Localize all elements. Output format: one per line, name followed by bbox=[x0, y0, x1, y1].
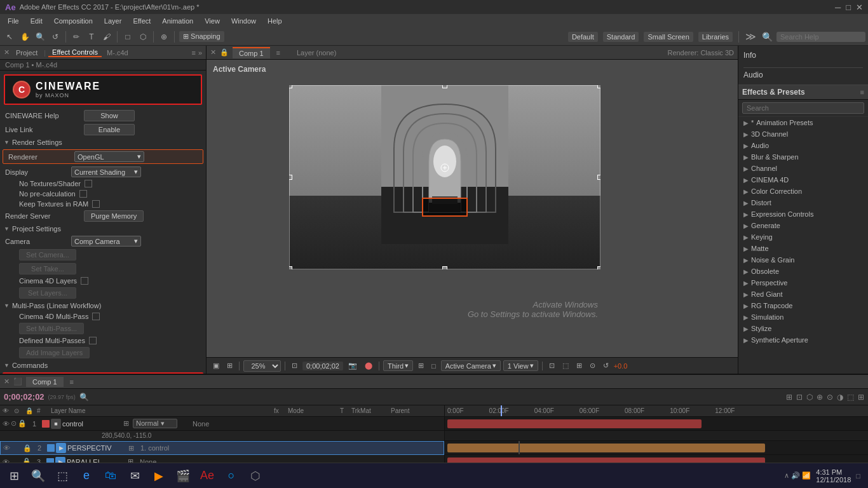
panel-menu-icon[interactable]: ≡ bbox=[191, 49, 195, 57]
viewer-option2[interactable]: □ bbox=[429, 362, 438, 370]
tl-tab-menu[interactable]: ≡ bbox=[70, 378, 74, 386]
zoom-select[interactable]: 25% 50% 100% bbox=[243, 360, 281, 372]
multipass-header[interactable]: ▼ Multi-Pass (Linear Workflow) bbox=[0, 300, 206, 311]
tool-shape[interactable]: □ bbox=[121, 30, 135, 44]
tool-pen[interactable]: ✏ bbox=[69, 30, 83, 44]
tool-hand[interactable]: ✋ bbox=[18, 30, 32, 44]
handle-top-mid[interactable] bbox=[442, 85, 447, 88]
project-settings-header[interactable]: ▼ Project Settings bbox=[0, 223, 206, 234]
workspace-small-screen[interactable]: Small Screen bbox=[644, 32, 693, 42]
handle-top-left[interactable] bbox=[289, 85, 292, 88]
minimize-btn[interactable]: ─ bbox=[835, 3, 841, 12]
renderer-dropdown[interactable]: OpenGL ▾ bbox=[74, 151, 144, 162]
tl-btn-7[interactable]: ⬚ bbox=[847, 393, 854, 402]
ep-item-expression-controls[interactable]: ▶ Expression Controls bbox=[738, 208, 868, 220]
tool-brush[interactable]: 🖌 bbox=[100, 30, 114, 44]
set-layers-btn[interactable]: Set Layers... bbox=[19, 287, 76, 299]
tl-btn-2[interactable]: ⊡ bbox=[796, 393, 803, 402]
cinema4d-layers-checkbox[interactable] bbox=[81, 277, 88, 285]
app-2[interactable]: 🎬 bbox=[172, 464, 194, 487]
cinema4d-multipass-checkbox[interactable] bbox=[92, 313, 100, 320]
task-view-btn[interactable]: ⬚ bbox=[51, 464, 74, 487]
ep-item-stylize[interactable]: ▶ Stylize bbox=[738, 323, 868, 334]
view-count-dropdown[interactable]: 1 View ▾ bbox=[503, 360, 538, 371]
workspace-default[interactable]: Default bbox=[568, 32, 598, 42]
defined-multipasses-checkbox[interactable] bbox=[89, 337, 97, 344]
fit-to-view[interactable]: ⊡ bbox=[289, 361, 300, 370]
workspace-options[interactable]: ≫ bbox=[743, 30, 757, 44]
ep-item-blur-sharpen[interactable]: ▶ Blur & Sharpen bbox=[738, 151, 868, 163]
viewer-btn-b[interactable]: ⬚ bbox=[560, 361, 571, 370]
comp-lock-icon[interactable]: 🔒 bbox=[220, 48, 229, 57]
menu-file[interactable]: File bbox=[3, 16, 24, 26]
display-dropdown[interactable]: Current Shading ▾ bbox=[71, 166, 141, 177]
handle-bot-right[interactable] bbox=[597, 266, 600, 269]
menu-window[interactable]: Window bbox=[226, 16, 261, 26]
menu-composition[interactable]: Composition bbox=[49, 16, 98, 26]
layer2-lock[interactable]: 🔒 bbox=[23, 444, 32, 452]
magnify-icon[interactable]: 🔍 bbox=[760, 30, 774, 44]
mail-btn[interactable]: ✉ bbox=[123, 464, 146, 487]
tool-rotate[interactable]: ↺ bbox=[48, 30, 62, 44]
browser-btn[interactable]: e bbox=[75, 464, 98, 487]
layer1-solo[interactable]: ⊙ bbox=[11, 419, 17, 428]
app-1[interactable]: ▶ bbox=[147, 464, 170, 487]
keep-textures-checkbox[interactable] bbox=[92, 200, 100, 208]
menu-animation[interactable]: Animation bbox=[157, 16, 198, 26]
ep-item-color-correction[interactable]: ▶ Color Correction bbox=[738, 186, 868, 197]
ep-item-animation-presets[interactable]: ▶ * Animation Presets bbox=[738, 117, 868, 128]
ep-item-perspective[interactable]: ▶ Perspective bbox=[738, 277, 868, 288]
app-5[interactable]: ⬡ bbox=[244, 464, 267, 487]
ep-item-keying[interactable]: ▶ Keying bbox=[738, 231, 868, 243]
close-btn[interactable]: ✕ bbox=[856, 3, 863, 12]
ep-item-3d-channel[interactable]: ▶ 3D Channel bbox=[738, 128, 868, 140]
search-help-input[interactable] bbox=[780, 33, 850, 41]
ep-item-red-giant[interactable]: ▶ Red Giant bbox=[738, 288, 868, 300]
workspace-standard[interactable]: Standard bbox=[603, 32, 639, 42]
camera-view-dropdown[interactable]: Third ▾ bbox=[383, 360, 413, 371]
menu-effect[interactable]: Effect bbox=[128, 16, 156, 26]
snapping-toggle[interactable]: ⊞ Snapping bbox=[179, 31, 224, 42]
layer1-transform[interactable]: ⊞ bbox=[121, 419, 132, 428]
tl-btn-6[interactable]: ◑ bbox=[837, 393, 843, 402]
start-btn[interactable]: ⊞ bbox=[3, 464, 25, 487]
viewer-btn-e[interactable]: ↺ bbox=[600, 361, 611, 370]
menu-view[interactable]: View bbox=[200, 16, 225, 26]
project-tab[interactable]: Project bbox=[12, 49, 41, 57]
ep-item-synthetic-aperture[interactable]: ▶ Synthetic Aperture bbox=[738, 334, 868, 346]
comp-tab[interactable]: Comp 1 bbox=[233, 47, 270, 58]
handle-top-right[interactable] bbox=[597, 85, 600, 88]
no-precalc-checkbox[interactable] bbox=[79, 190, 87, 198]
app-3[interactable]: Ae bbox=[196, 464, 219, 487]
menu-edit[interactable]: Edit bbox=[25, 16, 48, 26]
camera-icon-btn[interactable]: 📷 bbox=[346, 361, 360, 370]
tool-mask[interactable]: ⬡ bbox=[136, 30, 150, 44]
commands-header[interactable]: ▼ Commands bbox=[0, 360, 206, 371]
purge-memory-btn[interactable]: Purge Memory bbox=[84, 210, 144, 222]
panel-expand-icon[interactable]: » bbox=[198, 49, 202, 57]
ep-item-matte[interactable]: ▶ Matte bbox=[738, 243, 868, 254]
ep-item-simulation[interactable]: ▶ Simulation bbox=[738, 311, 868, 323]
set-take-btn[interactable]: Set Take... bbox=[19, 263, 76, 274]
viewer-btn-a[interactable]: ⊡ bbox=[546, 361, 557, 370]
ep-item-audio[interactable]: ▶ Audio bbox=[738, 140, 868, 151]
set-multipass-btn[interactable]: Set Multi-Pass... bbox=[19, 323, 84, 334]
menu-layer[interactable]: Layer bbox=[99, 16, 127, 26]
tl-close[interactable]: ✕ bbox=[4, 377, 10, 386]
no-textures-checkbox[interactable] bbox=[85, 180, 92, 187]
ep-item-cinema4d[interactable]: ▶ CINEMA 4D bbox=[738, 174, 868, 186]
layer1-mode[interactable]: Normal ▾ bbox=[133, 419, 177, 428]
playhead[interactable] bbox=[501, 405, 502, 416]
handle-bot-mid[interactable] bbox=[442, 266, 447, 269]
viewer-preview[interactable]: ⊞ bbox=[224, 361, 235, 370]
viewer-btn-c[interactable]: ⊞ bbox=[574, 361, 585, 370]
ep-search-input[interactable] bbox=[742, 102, 864, 114]
comp-close-btn[interactable]: ✕ bbox=[210, 48, 216, 57]
timeline-tab[interactable]: Comp 1 bbox=[26, 377, 64, 387]
tool-zoom[interactable]: 🔍 bbox=[33, 30, 47, 44]
ep-item-obsolete[interactable]: ▶ Obsolete bbox=[738, 266, 868, 277]
layer1-eye[interactable]: 👁 bbox=[3, 420, 10, 428]
close-panel-btn[interactable]: ✕ bbox=[4, 48, 10, 57]
taskbar-notification[interactable]: □ bbox=[856, 472, 860, 480]
layer2-eye[interactable]: 👁 bbox=[3, 444, 10, 452]
